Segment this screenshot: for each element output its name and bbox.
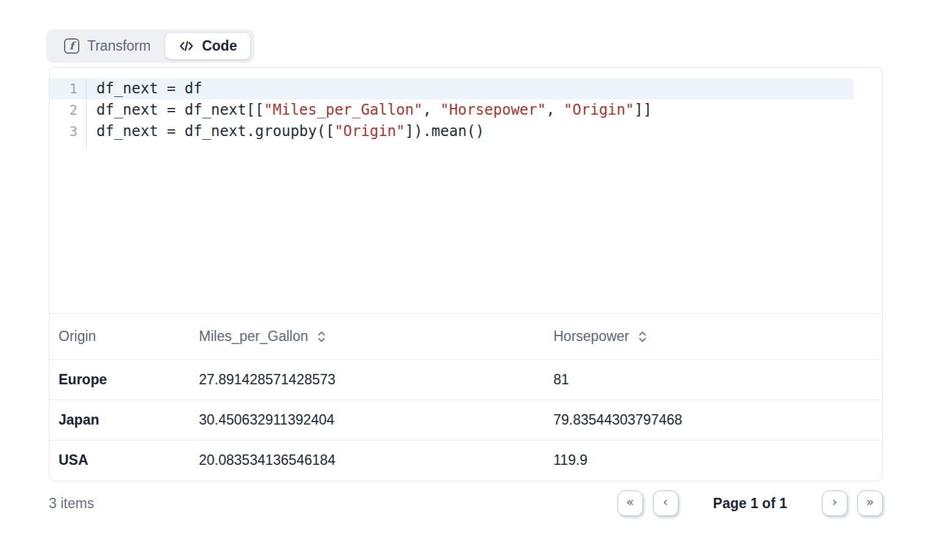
- code-line[interactable]: 2 df_next = df_next[["Miles_per_Gallon",…: [49, 99, 854, 121]
- code-line[interactable]: 3 df_next = df_next.groupby(["Origin"]).…: [49, 121, 854, 142]
- column-header-mpg[interactable]: Miles_per_Gallon: [199, 328, 553, 345]
- code-line[interactable]: 1 df_next = df: [49, 78, 854, 99]
- previous-page-button[interactable]: ‹: [653, 490, 678, 516]
- code-brackets-icon: [179, 39, 194, 53]
- cell-horsepower: 81: [553, 372, 882, 388]
- cell-origin: USA: [59, 452, 199, 468]
- code-line-text: df_next = df_next.groupby(["Origin"]).me…: [87, 121, 484, 142]
- double-chevron-right-icon: »: [866, 496, 874, 509]
- code-line-text: df_next = df_next[["Miles_per_Gallon", "…: [87, 99, 652, 121]
- function-icon: f: [64, 38, 79, 54]
- column-header-origin: Origin: [59, 328, 199, 345]
- cell-origin: Japan: [59, 412, 199, 428]
- table-row[interactable]: USA 20.083534136546184 119.9: [49, 440, 882, 480]
- tab-transform-label: Transform: [87, 38, 151, 54]
- next-page-button[interactable]: ›: [822, 490, 848, 516]
- tab-code-label: Code: [202, 38, 237, 54]
- cell-horsepower: 119.9: [553, 452, 882, 468]
- double-chevron-left-icon: «: [626, 496, 634, 509]
- line-number: 2: [49, 99, 87, 121]
- table-row[interactable]: Europe 27.891428571428573 81: [49, 359, 882, 400]
- page-indicator: Page 1 of 1: [713, 495, 787, 512]
- dataframe-transform-widget: f Transform Code 1 df_next = df 2 df_ne: [0, 0, 925, 560]
- line-number: 3: [49, 121, 87, 142]
- cell-mpg: 20.083534136546184: [199, 452, 553, 468]
- chevron-right-icon: ›: [832, 496, 837, 509]
- first-page-button[interactable]: «: [617, 490, 643, 516]
- last-page-button[interactable]: »: [857, 490, 883, 516]
- cell-mpg: 27.891428571428573: [199, 372, 553, 388]
- chevron-left-icon: ‹: [663, 496, 668, 509]
- sort-icon[interactable]: [638, 330, 647, 343]
- gutter-spacer: [49, 142, 854, 148]
- view-toggle: f Transform Code: [46, 29, 254, 63]
- cell-origin: Europe: [59, 372, 199, 388]
- pagination: « ‹ Page 1 of 1 › »: [617, 490, 883, 516]
- code-editor[interactable]: 1 df_next = df 2 df_next = df_next[["Mil…: [49, 68, 882, 313]
- table-row[interactable]: Japan 30.450632911392404 79.835443037974…: [49, 400, 882, 440]
- code-line-text: df_next = df: [87, 78, 202, 99]
- items-count: 3 items: [49, 495, 94, 512]
- code-and-table-panel: 1 df_next = df 2 df_next = df_next[["Mil…: [49, 67, 883, 481]
- table-footer: 3 items « ‹ Page 1 of 1 › »: [49, 489, 883, 517]
- tab-code[interactable]: Code: [165, 33, 251, 59]
- column-header-horsepower[interactable]: Horsepower: [553, 328, 882, 345]
- tab-transform[interactable]: f Transform: [51, 33, 164, 59]
- cell-horsepower: 79.83544303797468: [553, 412, 882, 428]
- line-number: 1: [49, 78, 87, 99]
- cell-mpg: 30.450632911392404: [199, 412, 553, 428]
- sort-icon[interactable]: [317, 330, 326, 343]
- table-header-row: Origin Miles_per_Gallon Horsepower: [49, 313, 882, 359]
- result-table: Origin Miles_per_Gallon Horsepower: [49, 313, 882, 481]
